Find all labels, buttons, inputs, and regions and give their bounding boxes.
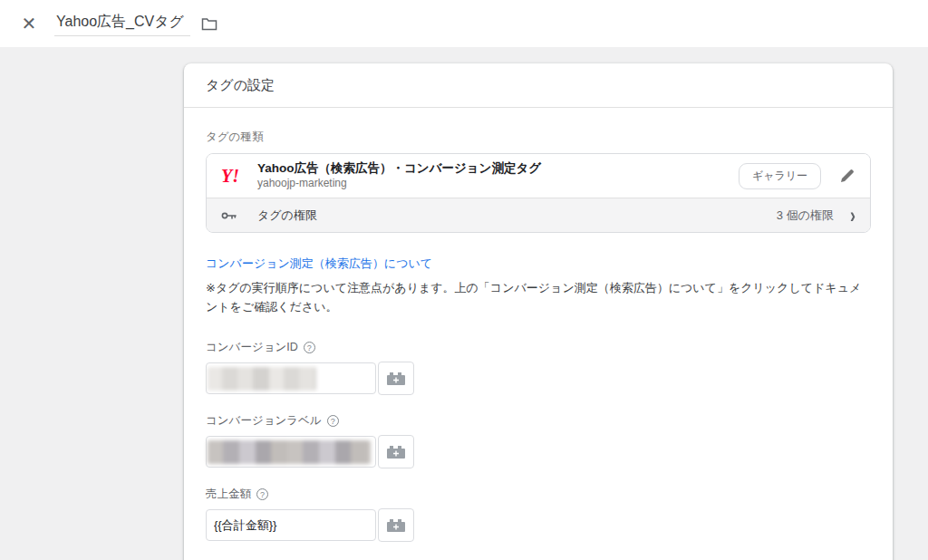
conversion-id-label: コンバージョンID	[206, 340, 298, 355]
help-icon[interactable]: ?	[256, 488, 268, 500]
tag-configuration-card: タグの設定 タグの種類 Y! Yahoo広告（検索広告）・コンバージョン測定タグ…	[184, 63, 893, 560]
tag-type-name: Yahoo広告（検索広告）・コンバージョン測定タグ	[257, 161, 739, 177]
variable-picker-button[interactable]	[378, 508, 414, 542]
chevron-right-icon: ›	[850, 205, 856, 226]
tag-type-text: Yahoo広告（検索広告）・コンバージョン測定タグ yahoojp-market…	[257, 161, 739, 190]
field-label: コンバージョンラベル ?	[206, 413, 871, 429]
permissions-count-badge: 3 個の権限	[777, 208, 834, 224]
tag-type-section-label: タグの種類	[206, 130, 871, 145]
folder-icon[interactable]	[201, 17, 218, 31]
variable-brick-icon	[387, 372, 405, 386]
top-bar: ✕ Yahoo広告_CVタグ	[0, 0, 928, 47]
card-title: タグの設定	[184, 63, 893, 108]
variable-brick-icon	[387, 445, 405, 459]
conversion-id-field-group: コンバージョンID ?	[206, 340, 871, 395]
tag-type-row[interactable]: Y! Yahoo広告（検索広告）・コンバージョン測定タグ yahoojp-mar…	[207, 154, 870, 198]
key-icon	[221, 210, 257, 221]
revenue-input[interactable]	[206, 509, 376, 541]
help-icon[interactable]: ?	[327, 415, 339, 427]
conversion-label-field-group: コンバージョンラベル ?	[206, 413, 871, 468]
gallery-button[interactable]: ギャラリー	[739, 163, 821, 189]
input-row	[206, 362, 871, 395]
conversion-doc-link[interactable]: コンバージョン測定（検索広告）について	[206, 256, 432, 272]
main-area: タグの設定 タグの種類 Y! Yahoo広告（検索広告）・コンバージョン測定タグ…	[0, 63, 928, 560]
conversion-label-label: コンバージョンラベル	[206, 413, 322, 429]
edit-pencil-icon[interactable]	[839, 168, 856, 184]
field-label: 売上金額 ?	[206, 487, 871, 502]
permissions-label: タグの権限	[257, 208, 777, 224]
field-label: コンバージョンID ?	[206, 340, 871, 355]
yahoo-logo: Y!	[221, 166, 257, 187]
tag-permissions-row[interactable]: タグの権限 3 個の権限 ›	[207, 198, 870, 232]
tag-type-vendor: yahoojp-marketing	[257, 177, 739, 190]
redacted-value-overlay	[208, 440, 371, 464]
input-row	[206, 508, 871, 542]
tag-type-box: Y! Yahoo広告（検索広告）・コンバージョン測定タグ yahoojp-mar…	[206, 153, 871, 233]
input-row	[206, 435, 871, 468]
redacted-value-overlay	[208, 367, 316, 391]
card-body: タグの種類 Y! Yahoo広告（検索広告）・コンバージョン測定タグ yahoo…	[184, 108, 893, 560]
tag-title-input[interactable]: Yahoo広告_CVタグ	[54, 11, 190, 36]
close-icon[interactable]: ✕	[16, 11, 42, 36]
execution-order-notice: ※タグの実行順序について注意点があります。上の「コンバージョン測定（検索広告）に…	[206, 278, 871, 316]
variable-brick-icon	[387, 518, 405, 533]
help-icon[interactable]: ?	[304, 342, 315, 353]
revenue-field-group: 売上金額 ?	[206, 487, 871, 542]
variable-picker-button[interactable]	[378, 362, 414, 395]
variable-picker-button[interactable]	[378, 435, 414, 468]
revenue-label: 売上金額	[206, 487, 251, 502]
